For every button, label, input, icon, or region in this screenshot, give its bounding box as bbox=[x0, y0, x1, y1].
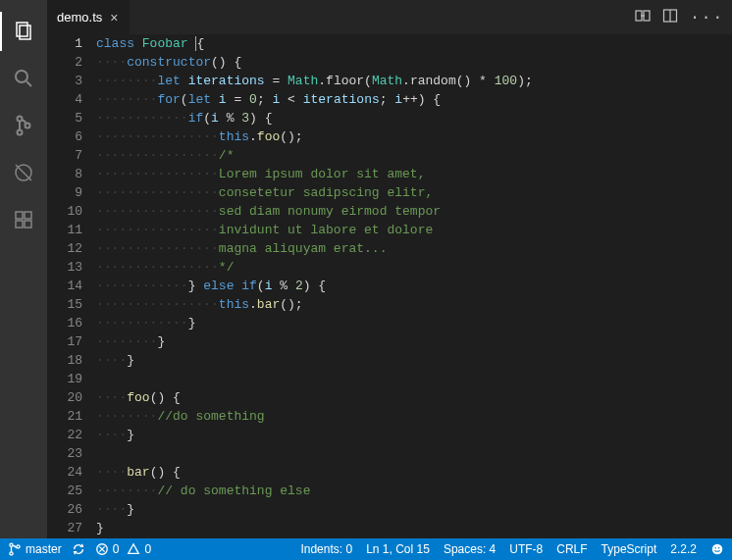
status-bar: master 0 0 Indents: 0 Ln 1, Col 15 Space… bbox=[0, 538, 732, 560]
status-language[interactable]: TypeScript bbox=[601, 542, 657, 556]
svg-point-18 bbox=[10, 552, 13, 555]
activity-bar bbox=[0, 0, 47, 538]
svg-point-23 bbox=[712, 544, 723, 555]
svg-point-6 bbox=[26, 124, 30, 128]
svg-point-5 bbox=[18, 130, 23, 135]
activity-search-icon[interactable] bbox=[0, 55, 47, 102]
close-icon[interactable]: × bbox=[108, 10, 120, 25]
scrollbar[interactable] bbox=[718, 34, 732, 538]
svg-point-24 bbox=[714, 547, 716, 549]
main-area: demo.ts × ··· 12345678910111213141516171… bbox=[0, 0, 732, 538]
status-sync-icon[interactable] bbox=[72, 542, 85, 556]
svg-rect-12 bbox=[25, 212, 31, 219]
more-actions-icon[interactable]: ··· bbox=[690, 9, 724, 26]
svg-point-25 bbox=[718, 547, 720, 549]
status-spaces[interactable]: Spaces: 4 bbox=[444, 542, 496, 556]
status-version[interactable]: 2.2.2 bbox=[670, 542, 697, 556]
svg-point-19 bbox=[17, 545, 20, 548]
svg-rect-0 bbox=[17, 23, 27, 36]
svg-point-17 bbox=[10, 543, 13, 546]
compare-icon[interactable] bbox=[635, 8, 651, 27]
activity-extensions-icon[interactable] bbox=[0, 196, 47, 243]
status-problems[interactable]: 0 0 bbox=[95, 542, 151, 556]
svg-line-3 bbox=[26, 81, 31, 86]
status-indents[interactable]: Indents: 0 bbox=[300, 542, 352, 556]
tab-demo-ts[interactable]: demo.ts × bbox=[47, 0, 131, 34]
activity-explorer-icon[interactable] bbox=[0, 8, 47, 55]
svg-point-2 bbox=[16, 71, 27, 82]
code-content[interactable]: class Foobar {····constructor() {·······… bbox=[96, 34, 718, 538]
activity-scm-icon[interactable] bbox=[0, 102, 47, 149]
svg-rect-10 bbox=[16, 221, 23, 228]
status-encoding[interactable]: UTF-8 bbox=[509, 542, 543, 556]
status-position[interactable]: Ln 1, Col 15 bbox=[366, 542, 430, 556]
editor-pane: demo.ts × ··· 12345678910111213141516171… bbox=[47, 0, 732, 538]
status-feedback-icon[interactable] bbox=[710, 542, 724, 556]
svg-rect-9 bbox=[16, 212, 23, 219]
split-editor-icon[interactable] bbox=[662, 8, 678, 27]
tabs-actions: ··· bbox=[635, 0, 732, 34]
activity-debug-icon[interactable] bbox=[0, 149, 47, 196]
svg-rect-11 bbox=[25, 221, 31, 228]
tab-filename: demo.ts bbox=[57, 10, 102, 25]
tabs-row: demo.ts × ··· bbox=[47, 0, 732, 34]
status-eol[interactable]: CRLF bbox=[556, 542, 587, 556]
svg-rect-1 bbox=[20, 25, 30, 39]
line-number-gutter: 1234567891011121314151617181920212223242… bbox=[47, 34, 96, 538]
status-branch[interactable]: master bbox=[8, 542, 62, 556]
code-area[interactable]: 1234567891011121314151617181920212223242… bbox=[47, 34, 732, 538]
